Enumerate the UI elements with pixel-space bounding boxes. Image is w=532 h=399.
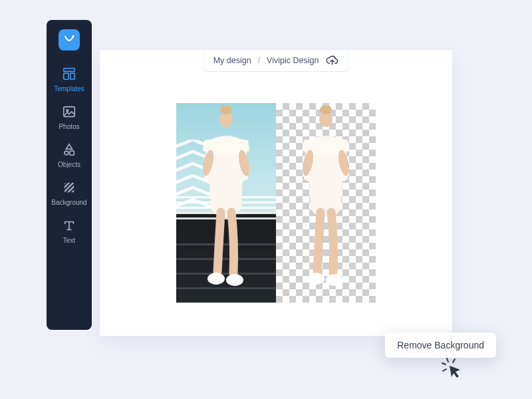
background-icon xyxy=(62,180,76,195)
svg-point-5 xyxy=(66,110,68,112)
sidebar-item-background[interactable]: Background xyxy=(47,180,92,206)
canvas-area: My design / Vivipic Design xyxy=(100,50,452,336)
sidebar-item-label: Background xyxy=(51,199,86,206)
person-figure xyxy=(289,106,362,292)
sidebar-item-photos[interactable]: Photos xyxy=(47,104,92,130)
sidebar-item-label: Objects xyxy=(58,161,80,168)
svg-line-23 xyxy=(442,363,446,364)
sidebar-item-templates[interactable]: Templates xyxy=(47,66,92,92)
breadcrumb-app-name[interactable]: Vivipic Design xyxy=(267,56,319,65)
svg-rect-9 xyxy=(65,183,74,193)
sidebar-item-objects[interactable]: Objects xyxy=(47,142,92,168)
sidebar-item-label: Text xyxy=(63,237,75,244)
svg-point-0 xyxy=(72,35,74,37)
svg-rect-7 xyxy=(70,151,74,155)
image-background-removed xyxy=(276,103,376,303)
sidebar: Templates Photos Objects xyxy=(47,20,92,330)
objects-icon xyxy=(62,142,76,157)
svg-rect-3 xyxy=(70,73,74,79)
svg-point-19 xyxy=(336,149,351,177)
svg-rect-4 xyxy=(64,107,75,117)
image-original xyxy=(176,103,276,303)
photos-icon xyxy=(62,104,76,119)
svg-rect-1 xyxy=(64,68,75,72)
sidebar-item-label: Templates xyxy=(54,85,84,92)
svg-point-11 xyxy=(220,106,232,114)
templates-icon xyxy=(62,66,76,81)
svg-point-21 xyxy=(326,274,343,286)
svg-point-20 xyxy=(307,273,325,285)
cursor-click-icon xyxy=(440,356,462,378)
cloud-upload-icon[interactable] xyxy=(325,55,338,66)
breadcrumb: My design / Vivipic Design xyxy=(203,50,349,72)
svg-point-16 xyxy=(319,111,332,127)
svg-point-18 xyxy=(301,149,315,177)
text-icon xyxy=(62,218,76,233)
svg-point-17 xyxy=(320,106,332,114)
svg-line-22 xyxy=(447,358,448,362)
svg-point-13 xyxy=(237,149,251,177)
svg-point-10 xyxy=(219,111,233,127)
remove-background-label: Remove Background xyxy=(397,340,484,350)
breadcrumb-separator: / xyxy=(258,56,260,65)
app-logo[interactable] xyxy=(59,29,80,51)
logo-icon xyxy=(63,33,76,47)
svg-line-24 xyxy=(443,369,446,371)
sidebar-item-text[interactable]: Text xyxy=(47,218,92,244)
before-after-comparison[interactable] xyxy=(176,103,376,303)
sidebar-item-label: Photos xyxy=(59,123,79,130)
breadcrumb-design-name[interactable]: My design xyxy=(213,56,251,65)
remove-background-button[interactable]: Remove Background xyxy=(385,332,496,358)
svg-line-25 xyxy=(453,359,455,362)
svg-point-15 xyxy=(226,274,243,286)
svg-point-6 xyxy=(65,151,68,155)
svg-rect-2 xyxy=(64,73,68,79)
